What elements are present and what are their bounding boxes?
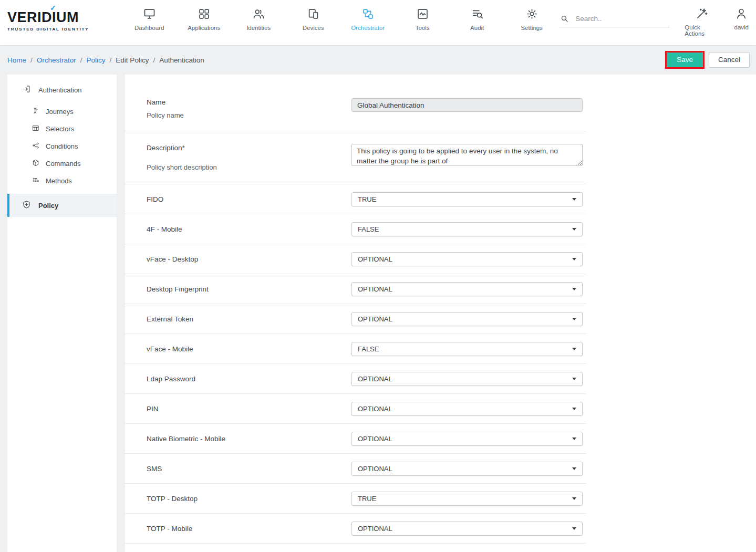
logo-check-icon: ✓ (50, 4, 56, 12)
name-hint: Policy name (147, 111, 351, 119)
field-select-4f-mobile[interactable]: FALSE (351, 222, 583, 236)
breadcrumb-item-orchestrator[interactable]: Orchestrator (37, 56, 76, 64)
field-select-value: TRUE (358, 495, 376, 503)
field-select-totp-mobile[interactable]: OPTIONAL (351, 522, 583, 536)
name-row: Name Policy name (125, 82, 586, 131)
field-select-sms[interactable]: OPTIONAL (351, 462, 583, 476)
identities-icon (252, 7, 266, 21)
journeys-icon (32, 107, 40, 117)
field-select-value: OPTIONAL (358, 315, 392, 323)
field-label: TOTP - Desktop (147, 495, 351, 503)
sidebar-item-authentication[interactable]: Authentication (7, 81, 117, 99)
conditions-icon (32, 141, 40, 151)
policy-name-input[interactable] (351, 98, 583, 112)
chevron-down-icon (572, 467, 576, 470)
sidebar-item-policy[interactable]: Policy (7, 194, 117, 217)
field-select-fido[interactable]: TRUE (351, 192, 583, 206)
nav-item-applications[interactable]: Applications (177, 6, 231, 31)
nav-item-dashboard[interactable]: Dashboard (122, 6, 177, 31)
nav-item-label: Identities (246, 25, 271, 31)
user-menu[interactable]: david (734, 6, 749, 30)
search-box[interactable] (559, 10, 670, 27)
description-row: Description* Policy short description Th… (125, 131, 586, 184)
field-select-value: OPTIONAL (358, 375, 392, 383)
chevron-down-icon (572, 228, 576, 231)
sidebar-item-label: Authentication (38, 86, 81, 94)
commands-icon (32, 159, 40, 169)
nav-item-devices[interactable]: Devices (286, 6, 340, 31)
topbar-right: Quick Actions david (559, 0, 756, 45)
field-select-value: OPTIONAL (358, 405, 392, 413)
sidebar-item-selectors[interactable]: Selectors (7, 120, 117, 138)
field-select-vface-mobile[interactable]: FALSE (351, 342, 583, 356)
field-row-native-biometric-mobile: Native Biometric - MobileOPTIONAL (125, 424, 586, 454)
sidebar-item-label: Methods (46, 177, 72, 185)
field-label: SMS (147, 465, 351, 473)
sidebar-item-journeys[interactable]: Journeys (7, 103, 117, 120)
chevron-down-icon (572, 288, 576, 290)
nav-item-settings[interactable]: Settings (504, 6, 559, 31)
field-select-ldap-password[interactable]: OPTIONAL (351, 372, 583, 386)
policy-form: Name Policy name Description* Policy sho… (125, 82, 586, 544)
policy-description-textarea[interactable]: This policy is going to be applied to ev… (351, 144, 583, 166)
breadcrumb-separator: / (80, 56, 82, 64)
save-button[interactable]: Save (667, 53, 703, 67)
field-label: vFace - Mobile (147, 345, 351, 353)
breadcrumb-row: Home/Orchestrator/Policy/Edit Policy/Aut… (0, 45, 756, 75)
veridium-logo[interactable]: VERIDIUM ✓ TRUSTED DIGITAL IDENTITY (0, 0, 110, 45)
sidebar: AuthenticationJourneysSelectorsCondition… (7, 75, 117, 552)
breadcrumb-item-home[interactable]: Home (7, 56, 26, 64)
settings-icon (525, 7, 539, 21)
search-input[interactable] (574, 14, 669, 23)
cancel-button[interactable]: Cancel (709, 52, 750, 68)
sidebar-item-commands[interactable]: Commands (7, 155, 117, 172)
nav-item-tools[interactable]: Tools (395, 6, 450, 31)
policy-icon (22, 200, 32, 211)
chevron-down-icon (572, 258, 576, 261)
breadcrumb-separator: / (30, 56, 33, 64)
selectors-icon (32, 124, 40, 134)
field-row-vface-mobile: vFace - MobileFALSE (125, 334, 586, 364)
sidebar-item-methods[interactable]: Methods (7, 172, 117, 190)
field-select-value: OPTIONAL (358, 525, 392, 533)
field-select-external-token[interactable]: OPTIONAL (351, 312, 583, 326)
field-row-totp-mobile: TOTP - MobileOPTIONAL (125, 514, 586, 544)
nav-item-audit[interactable]: Audit (450, 6, 504, 31)
dashboard-icon (142, 7, 157, 21)
logo-title: VERIDIUM (7, 11, 110, 25)
nav-item-label: Devices (303, 25, 324, 31)
field-label: 4F - Mobile (147, 225, 351, 233)
nav-item-orchestrator[interactable]: Orchestrator (340, 6, 395, 31)
devices-icon (306, 7, 320, 21)
orchestrator-icon (361, 7, 375, 21)
nav-item-label: Orchestrator (351, 25, 385, 31)
field-select-pin[interactable]: OPTIONAL (351, 402, 583, 416)
field-row-ldap-password: Ldap PasswordOPTIONAL (125, 364, 586, 394)
search-icon (560, 14, 569, 23)
main-layout: AuthenticationJourneysSelectorsCondition… (0, 75, 756, 552)
sidebar-item-label: Policy (38, 202, 58, 210)
field-select-native-biometric-mobile[interactable]: OPTIONAL (351, 432, 583, 446)
sidebar-item-label: Commands (46, 160, 80, 168)
name-label: Name (147, 98, 351, 106)
field-row-external-token: External TokenOPTIONAL (125, 304, 586, 334)
top-bar: VERIDIUM ✓ TRUSTED DIGITAL IDENTITY Dash… (0, 0, 756, 45)
field-row-fido: FIDOTRUE (125, 184, 586, 214)
field-select-totp-desktop[interactable]: TRUE (351, 492, 583, 506)
field-select-desktop-fingerprint[interactable]: OPTIONAL (351, 282, 583, 296)
field-row-totp-desktop: TOTP - DesktopTRUE (125, 484, 586, 514)
quick-actions-button[interactable]: Quick Actions (685, 6, 719, 37)
field-select-value: OPTIONAL (358, 465, 392, 473)
field-label: Ldap Password (147, 375, 351, 383)
breadcrumb-item-policy[interactable]: Policy (87, 56, 106, 64)
audit-icon (470, 7, 484, 21)
chevron-down-icon (572, 438, 576, 440)
nav-item-identities[interactable]: Identities (231, 6, 286, 31)
quick-actions-label: Quick Actions (685, 24, 719, 37)
field-select-vface-desktop[interactable]: OPTIONAL (351, 252, 583, 266)
chevron-down-icon (572, 527, 576, 530)
sidebar-item-conditions[interactable]: Conditions (7, 138, 117, 155)
content-panel: Name Policy name Description* Policy sho… (125, 75, 756, 552)
chevron-down-icon (572, 378, 576, 380)
field-rows: FIDOTRUE4F - MobileFALSEvFace - DesktopO… (125, 184, 586, 544)
